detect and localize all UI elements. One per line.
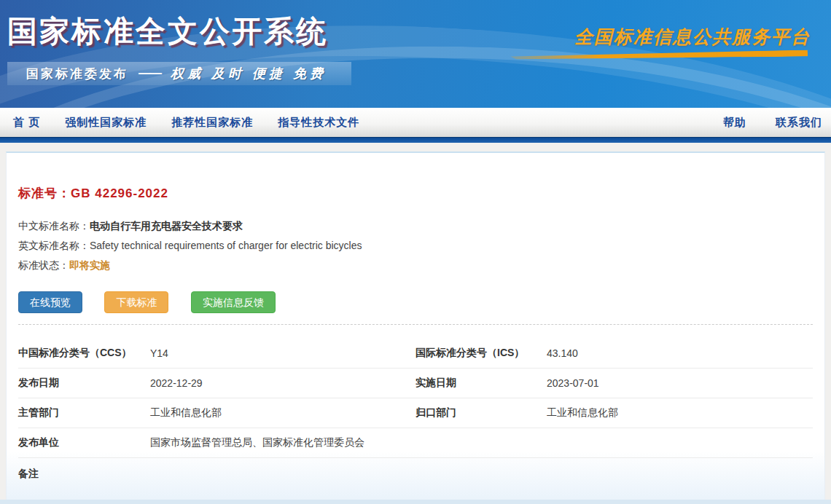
centralized-dept-value: 工业和信息化部 <box>547 406 813 420</box>
table-row: 主管部门 工业和信息化部 归口部门 工业和信息化部 <box>18 398 813 428</box>
standard-number-value: GB 42296-2022 <box>71 186 168 200</box>
implement-date-value: 2023-07-01 <box>547 377 813 389</box>
nav-item-recommended-standards[interactable]: 推荐性国家标准 <box>171 116 253 130</box>
publish-date-label: 发布日期 <box>18 377 150 390</box>
ics-value: 43.140 <box>547 347 813 359</box>
remarks-label: 备注 <box>18 468 150 481</box>
page-gap <box>0 143 831 151</box>
implement-date-label: 实施日期 <box>416 377 547 390</box>
header-banner: 国家标准全文公开系统 国家标准委发布 —— 权威 及时 便捷 免费 全国标准信息… <box>0 0 831 108</box>
site-subtitle-band: 国家标准委发布 —— 权威 及时 便捷 免费 <box>7 62 351 85</box>
platform-logo-text: 全国标准信息公共服务平台 <box>574 25 811 49</box>
chinese-name-value: 电动自行车用充电器安全技术要求 <box>90 220 243 232</box>
standard-info-block: 中文标准名称：电动自行车用充电器安全技术要求 英文标准名称：Safety tec… <box>18 216 813 275</box>
publish-date-value: 2022-12-29 <box>150 377 416 389</box>
online-preview-button[interactable]: 在线预览 <box>18 291 82 313</box>
english-name-line: 英文标准名称：Safety technical requirements of … <box>18 236 813 256</box>
implementation-feedback-button[interactable]: 实施信息反馈 <box>191 291 276 313</box>
nav-left-group: 首 页 强制性国家标准 推荐性国家标准 指导性技术文件 <box>13 116 359 130</box>
english-name-value: Safety technical requirements of charger… <box>90 240 362 251</box>
subtitle-slogan: 权威 及时 便捷 免费 <box>171 65 327 82</box>
english-name-label: 英文标准名称： <box>18 240 90 251</box>
standard-number-heading: 标准号：GB 42296-2022 <box>18 153 813 202</box>
nav-right-group: 帮助 联系我们 <box>723 116 822 130</box>
competent-dept-value: 工业和信息化部 <box>150 406 416 420</box>
site-title: 国家标准全文公开系统 <box>7 12 328 52</box>
ics-label: 国际标准分类号（ICS） <box>416 347 547 360</box>
status-label: 标准状态： <box>18 259 69 271</box>
competent-dept-label: 主管部门 <box>18 406 150 420</box>
table-row: 发布单位 国家市场监督管理总局、国家标准化管理委员会 <box>18 428 813 458</box>
nav-item-home[interactable]: 首 页 <box>13 116 40 130</box>
nav-item-contact-us[interactable]: 联系我们 <box>776 116 822 130</box>
download-standard-button[interactable]: 下载标准 <box>104 291 168 313</box>
ccs-value: Y14 <box>150 347 416 359</box>
table-row: 发布日期 2022-12-29 实施日期 2023-07-01 <box>18 369 813 398</box>
dashed-divider <box>18 324 813 325</box>
status-badge: 即将实施 <box>69 259 110 271</box>
standard-details-table: 中国标准分类号（CCS） Y14 国际标准分类号（ICS） 43.140 发布日… <box>18 339 813 490</box>
nav-item-guiding-documents[interactable]: 指导性技术文件 <box>278 116 359 130</box>
page-bottom-strip <box>0 500 831 504</box>
chinese-name-label: 中文标准名称： <box>18 220 90 232</box>
chinese-name-line: 中文标准名称：电动自行车用充电器安全技术要求 <box>18 216 813 236</box>
subtitle-dash: —— <box>138 66 160 81</box>
standard-detail-card: 标准号：GB 42296-2022 中文标准名称：电动自行车用充电器安全技术要求… <box>6 151 825 500</box>
status-line: 标准状态：即将实施 <box>18 256 813 275</box>
standard-number-label: 标准号： <box>18 186 71 200</box>
subtitle-publisher: 国家标准委发布 <box>26 66 128 82</box>
nav-bottom-bar <box>0 137 831 143</box>
centralized-dept-label: 归口部门 <box>416 406 547 420</box>
table-row: 备注 <box>18 458 813 490</box>
main-navigation: 首 页 强制性国家标准 推荐性国家标准 指导性技术文件 帮助 联系我们 <box>0 108 831 137</box>
table-row: 中国标准分类号（CCS） Y14 国际标准分类号（ICS） 43.140 <box>18 339 813 369</box>
action-buttons-row: 在线预览 下载标准 实施信息反馈 <box>18 291 813 313</box>
issuing-unit-label: 发布单位 <box>18 436 150 449</box>
nav-item-help[interactable]: 帮助 <box>723 116 746 130</box>
ccs-label: 中国标准分类号（CCS） <box>18 347 150 360</box>
nav-item-mandatory-standards[interactable]: 强制性国家标准 <box>65 116 147 130</box>
issuing-unit-value: 国家市场监督管理总局、国家标准化管理委员会 <box>150 436 416 449</box>
